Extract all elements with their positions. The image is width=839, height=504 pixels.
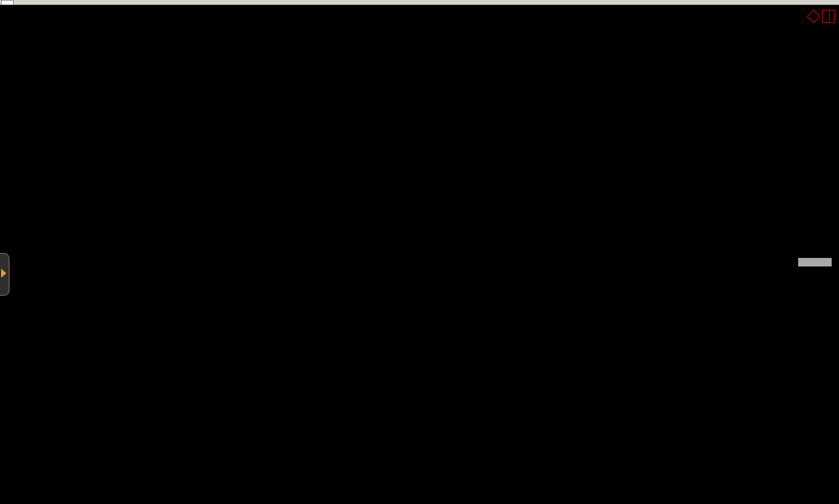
expand-arrow-icon bbox=[1, 269, 6, 278]
kdj-header bbox=[1, 405, 24, 414]
chart-canvas[interactable] bbox=[0, 0, 839, 504]
diamond-icon[interactable] bbox=[807, 9, 820, 24]
volume-header bbox=[1, 308, 18, 317]
split-panes-icon[interactable] bbox=[822, 9, 836, 24]
app-window bbox=[0, 0, 839, 504]
main-chart-header bbox=[1, 11, 35, 22]
sidebar-expand-tab[interactable] bbox=[0, 253, 10, 296]
last-price-tag bbox=[798, 258, 832, 266]
